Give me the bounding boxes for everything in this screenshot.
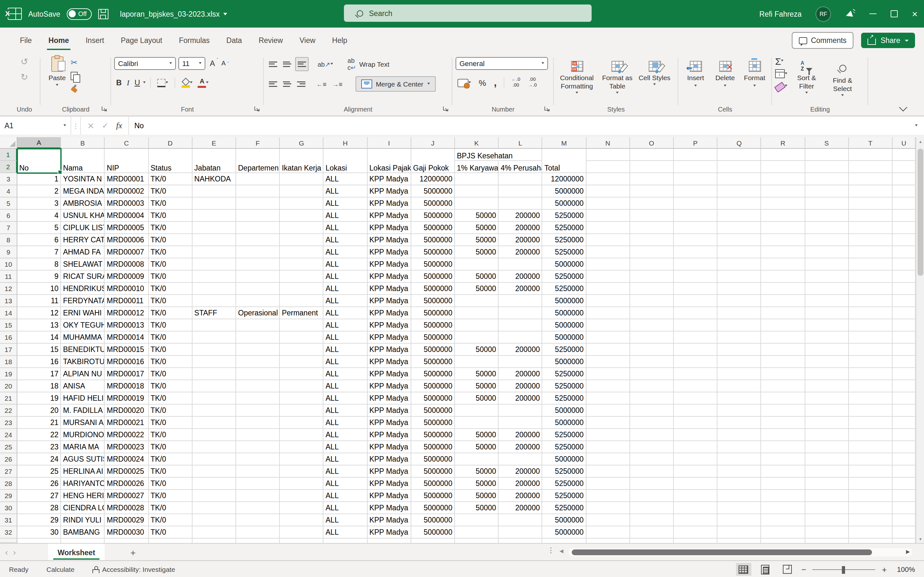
cell-U2[interactable] [893, 161, 916, 173]
fill-color-button[interactable] [180, 76, 195, 89]
cell-Q27[interactable] [717, 466, 761, 478]
cell-O20[interactable] [630, 380, 674, 392]
page-break-view-button[interactable] [780, 563, 795, 576]
cell-L4[interactable] [499, 185, 542, 197]
tab-view[interactable]: View [291, 27, 324, 53]
cell-T15[interactable] [849, 319, 893, 332]
cell-C28[interactable]: MRD00026 [105, 478, 149, 490]
cell-H14[interactable]: ALL [324, 307, 367, 319]
cell-D29[interactable]: TK/0 [149, 490, 192, 502]
font-dialog-launcher-icon[interactable] [254, 106, 260, 112]
cell-C19[interactable]: MRD00017 [105, 368, 149, 380]
cell-P29[interactable] [674, 490, 717, 502]
cell-U19[interactable] [893, 368, 916, 380]
cell-S26[interactable] [805, 453, 849, 466]
column-header-F[interactable]: F [236, 137, 280, 149]
cell-Q2[interactable] [717, 161, 761, 173]
row-header-33[interactable] [0, 538, 17, 543]
cell-K12[interactable]: 50000 [455, 283, 499, 295]
cell-F2-header[interactable]: Departemen [236, 149, 280, 173]
cell-J15[interactable]: 5000000 [411, 319, 455, 332]
cell-M13[interactable]: 5000000 [543, 295, 586, 307]
cell-G32[interactable] [280, 526, 323, 538]
cell-S31[interactable] [805, 514, 849, 526]
tab-data[interactable]: Data [218, 27, 250, 53]
row-header-6[interactable]: 6 [0, 210, 17, 222]
column-header-D[interactable]: D [149, 137, 192, 149]
cell-G3[interactable] [280, 173, 323, 185]
cell-M25[interactable]: 5250000 [543, 441, 586, 453]
cell-I21[interactable]: KPP Madya [367, 392, 411, 405]
cell-U8[interactable] [893, 234, 916, 246]
cell-T33[interactable] [849, 538, 893, 543]
cell-P26[interactable] [674, 453, 717, 466]
sort-filter-button[interactable]: AZ Sort & Filter [790, 55, 823, 98]
cell-I9[interactable]: KPP Madya [367, 246, 411, 258]
cell-P13[interactable] [674, 295, 717, 307]
cell-A9[interactable]: 7 [17, 246, 61, 258]
scroll-left-icon[interactable] [559, 550, 564, 553]
cell-U5[interactable] [893, 197, 916, 210]
cell-K4[interactable] [455, 185, 499, 197]
cell-K29[interactable]: 50000 [455, 490, 499, 502]
comments-button[interactable]: Comments [792, 32, 853, 49]
cell-M24[interactable]: 5250000 [543, 429, 586, 441]
cell-U26[interactable] [893, 453, 916, 466]
cell-I2-header[interactable]: Lokasi Pajak [367, 149, 411, 173]
cell-O26[interactable] [630, 453, 674, 466]
cell-B7[interactable]: CIPLUK LIST [61, 222, 105, 234]
cell-N30[interactable] [586, 502, 630, 514]
cell-M11[interactable]: 5250000 [543, 271, 586, 283]
cell-S14[interactable] [805, 307, 849, 319]
cell-D3[interactable]: TK/0 [149, 173, 192, 185]
cell-M18[interactable]: 5000000 [543, 356, 586, 368]
cell-E26[interactable] [192, 453, 236, 466]
column-header-Q[interactable]: Q [717, 137, 761, 149]
cell-M33[interactable] [543, 538, 586, 543]
prev-sheet-button[interactable]: ‹ [0, 548, 13, 557]
column-header-J[interactable]: J [411, 137, 455, 149]
cell-F20[interactable] [236, 380, 280, 392]
cell-A24[interactable]: 22 [17, 429, 61, 441]
cell-O12[interactable] [630, 283, 674, 295]
cell-N26[interactable] [586, 453, 630, 466]
cell-L18[interactable] [499, 356, 542, 368]
cell-E22[interactable] [192, 405, 236, 417]
cell-E17[interactable] [192, 343, 236, 356]
cell-T28[interactable] [849, 478, 893, 490]
cell-I4[interactable]: KPP Madya [367, 185, 411, 197]
cell-L7[interactable]: 200000 [499, 222, 542, 234]
cell-A15[interactable]: 13 [17, 319, 61, 332]
cell-N25[interactable] [586, 441, 630, 453]
cell-M6[interactable]: 5250000 [543, 210, 586, 222]
cell-E15[interactable] [192, 319, 236, 332]
cell-D6[interactable]: TK/0 [149, 210, 192, 222]
cell-U9[interactable] [893, 246, 916, 258]
new-sheet-button[interactable]: + [105, 547, 136, 558]
cell-C18[interactable]: MRD00016 [105, 356, 149, 368]
column-header-N[interactable]: N [586, 137, 630, 149]
redo-button[interactable]: ↺ [10, 71, 39, 83]
find-select-button[interactable]: Find & Select [826, 55, 859, 98]
cell-S18[interactable] [805, 356, 849, 368]
cell-J28[interactable]: 5000000 [411, 478, 455, 490]
row-header-20[interactable]: 20 [0, 380, 17, 392]
cell-C5[interactable]: MRD00003 [105, 197, 149, 210]
cell-B2-header[interactable]: Nama [61, 149, 105, 173]
row-header-3[interactable]: 3 [0, 173, 17, 185]
row-header-24[interactable]: 24 [0, 429, 17, 441]
cell-L33[interactable] [499, 538, 542, 543]
column-header-C[interactable]: C [105, 137, 149, 149]
cell-I31[interactable]: KPP Madya [367, 514, 411, 526]
cell-B15[interactable]: OKY TEGUH [61, 319, 105, 332]
cell-J2-header[interactable]: Gaji Pokok [411, 149, 455, 173]
row-header-11[interactable]: 11 [0, 271, 17, 283]
cell-Q14[interactable] [717, 307, 761, 319]
cell-H19[interactable]: ALL [324, 368, 367, 380]
number-format-select[interactable]: General [456, 57, 548, 70]
cell-C10[interactable]: MRD00008 [105, 258, 149, 271]
cell-E2-header[interactable]: Jabatan [192, 149, 236, 173]
cell-B8[interactable]: HERRY CAT [61, 234, 105, 246]
cell-U24[interactable] [893, 429, 916, 441]
cell-K21[interactable]: 50000 [455, 392, 499, 405]
